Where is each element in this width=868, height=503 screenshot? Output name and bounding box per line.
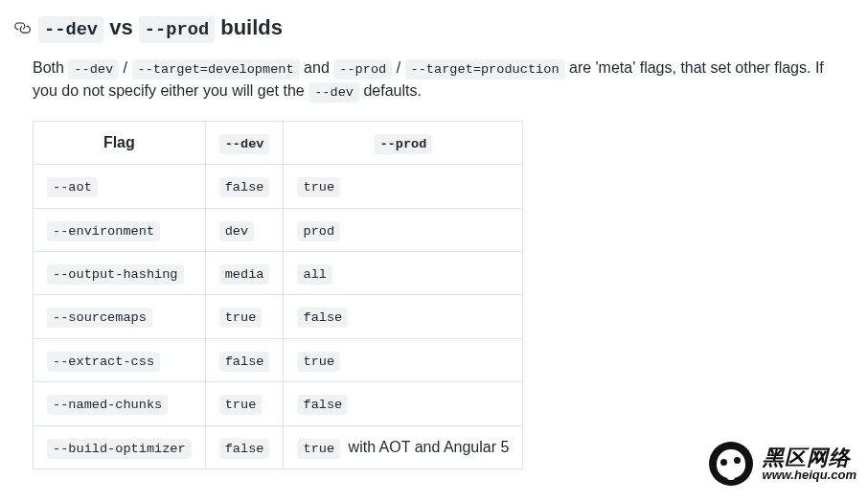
prod-suffix: with AOT and Angular 5 <box>344 439 509 455</box>
dev-value: media <box>219 264 270 285</box>
prod-value: true <box>297 177 340 197</box>
prod-value: true <box>297 352 340 372</box>
heading-code-dev: --dev <box>38 16 103 43</box>
table-row: --environmentdevprod <box>34 208 523 251</box>
table-row: --sourcemapstruefalse <box>34 295 523 338</box>
table-row: --output-hashingmediaall <box>34 252 523 295</box>
table-row: --extract-cssfalsetrue <box>34 338 523 381</box>
flag-name: --sourcemaps <box>47 308 152 328</box>
flag-name: --aot <box>47 177 98 197</box>
mushroom-icon <box>709 442 753 481</box>
col-prod: --prod <box>284 121 523 164</box>
prod-value: false <box>297 395 348 415</box>
prod-value: all <box>297 264 331 285</box>
table-header-row: Flag --dev --prod <box>34 121 523 164</box>
table-row: --build-optimizerfalsetrue with AOT and … <box>34 425 523 469</box>
section-heading: --dev vs --prod builds <box>13 11 839 43</box>
watermark-title: 黑区网络 <box>763 446 857 469</box>
table-row: --aotfalsetrue <box>34 165 523 208</box>
heading-code-prod: --prod <box>139 16 215 43</box>
prod-value: prod <box>297 221 340 241</box>
heading-text: --dev vs --prod builds <box>38 11 283 43</box>
flag-name: --output-hashing <box>47 264 184 285</box>
watermark: 黑区网络 www.heiqu.com <box>709 442 857 481</box>
col-flag: Flag <box>34 121 206 164</box>
intro-paragraph: Both --dev / --target=development and --… <box>33 57 839 103</box>
dev-value: dev <box>219 221 254 241</box>
flag-name: --extract-css <box>47 352 160 372</box>
table-row: --named-chunkstruefalse <box>34 382 523 425</box>
watermark-url: www.heiqu.com <box>763 469 857 481</box>
col-dev: --dev <box>205 121 284 164</box>
flag-name: --named-chunks <box>47 395 168 415</box>
dev-value: true <box>219 395 263 415</box>
dev-value: false <box>219 177 270 197</box>
dev-value: false <box>219 352 270 372</box>
flag-name: --environment <box>47 221 160 241</box>
prod-value: false <box>297 308 348 328</box>
dev-value: true <box>219 308 263 328</box>
flags-table: Flag --dev --prod --aotfalsetrue--enviro… <box>33 121 523 469</box>
flag-name: --build-optimizer <box>47 439 192 459</box>
prod-value: true <box>297 439 340 459</box>
dev-value: false <box>219 439 270 459</box>
link-icon[interactable] <box>13 19 31 36</box>
